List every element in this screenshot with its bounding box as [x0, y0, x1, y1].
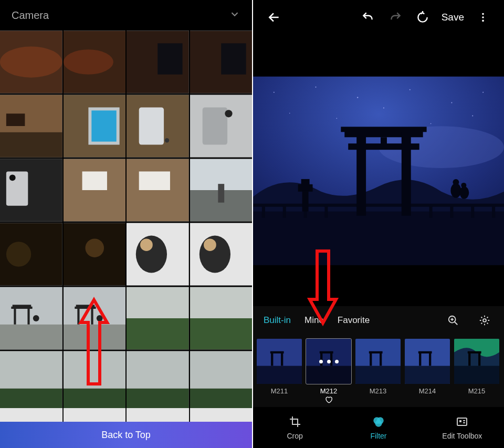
photo-thumb[interactable] — [64, 95, 126, 158]
photo-thumb[interactable] — [64, 408, 126, 422]
filter-options-icon — [306, 339, 351, 384]
toolbox-icon — [455, 415, 469, 429]
photo-thumb[interactable] — [127, 223, 189, 286]
svg-point-70 — [383, 107, 384, 108]
category-mine[interactable]: Mine — [304, 315, 324, 326]
photo-thumb[interactable] — [127, 30, 189, 93]
photo-thumb[interactable] — [64, 223, 126, 286]
filter-thumb[interactable]: M211 — [255, 339, 303, 407]
photo-thumb[interactable] — [127, 287, 189, 350]
toolbox-label: Edit Toolbox — [442, 432, 482, 440]
svg-rect-21 — [6, 171, 28, 205]
photo-thumb[interactable] — [64, 30, 126, 93]
photo-thumb[interactable] — [190, 30, 253, 93]
save-button[interactable]: Save — [438, 12, 467, 23]
photo-thumb[interactable] — [0, 351, 62, 408]
photo-thumb[interactable] — [0, 30, 62, 93]
svg-rect-109 — [405, 366, 450, 384]
filter-label: Filter — [370, 432, 386, 440]
svg-point-31 — [6, 242, 31, 266]
back-to-top-button[interactable]: Back to Top — [0, 422, 252, 448]
undo-button[interactable] — [356, 6, 380, 29]
svg-rect-41 — [0, 325, 62, 349]
filter-thumbnails[interactable]: M211 M212 M213 M214 M215 — [253, 335, 504, 407]
svg-rect-52 — [64, 351, 126, 389]
svg-point-1 — [0, 46, 62, 77]
filter-thumb[interactable]: M214 — [403, 339, 452, 407]
svg-point-33 — [85, 238, 104, 257]
svg-point-45 — [96, 315, 102, 321]
preview-image — [253, 76, 504, 265]
editor-pane: Save — [252, 0, 504, 448]
svg-rect-9 — [0, 132, 62, 157]
svg-rect-111 — [454, 366, 499, 384]
photo-thumb[interactable] — [127, 408, 189, 422]
photo-thumb[interactable] — [64, 159, 126, 222]
svg-point-22 — [9, 174, 16, 181]
photo-thumb[interactable] — [190, 95, 253, 158]
filter-icon — [372, 415, 385, 429]
zoom-in-button[interactable] — [444, 309, 462, 332]
photo-thumb[interactable] — [190, 287, 253, 350]
photo-grid[interactable] — [0, 30, 252, 408]
photo-thumb[interactable] — [0, 223, 62, 286]
crop-label: Crop — [287, 432, 302, 440]
album-selector[interactable]: Camera — [0, 0, 252, 30]
settings-button[interactable] — [476, 309, 494, 332]
svg-point-95 — [453, 179, 459, 185]
svg-point-71 — [430, 123, 432, 124]
photo-thumb[interactable] — [127, 351, 189, 408]
photo-thumb[interactable] — [127, 159, 189, 222]
svg-rect-15 — [139, 107, 164, 144]
photo-thumb[interactable] — [64, 287, 126, 350]
preview-area[interactable] — [253, 35, 504, 306]
back-button[interactable] — [262, 6, 286, 29]
category-built-in[interactable]: Built-in — [264, 315, 291, 326]
crop-tab[interactable]: Crop — [253, 407, 337, 448]
svg-rect-55 — [127, 389, 189, 408]
photo-thumb[interactable] — [0, 159, 62, 222]
album-name: Camera — [12, 9, 49, 22]
category-favorite[interactable]: Favorite — [338, 315, 370, 326]
reset-button[interactable] — [411, 6, 434, 29]
svg-point-42 — [33, 315, 39, 321]
filter-thumb[interactable]: M213 — [354, 339, 402, 407]
svg-rect-49 — [190, 318, 253, 349]
svg-point-66 — [451, 102, 452, 103]
svg-point-69 — [337, 118, 338, 119]
svg-point-36 — [140, 238, 153, 251]
redo-button[interactable] — [384, 6, 407, 29]
filter-category-bar: Built-in Mine Favorite — [253, 306, 504, 335]
favorite-icon[interactable] — [324, 396, 333, 405]
photo-thumb[interactable] — [190, 159, 253, 222]
photo-thumb[interactable] — [190, 351, 253, 408]
filter-tab[interactable]: Filter — [337, 407, 420, 448]
svg-point-16 — [165, 138, 169, 142]
more-menu-button[interactable] — [471, 6, 495, 29]
photo-thumb[interactable] — [127, 95, 189, 158]
photo-thumb[interactable] — [0, 95, 62, 158]
gallery-pane: Camera — [0, 0, 252, 448]
filter-thumb[interactable]: M215 — [453, 339, 501, 407]
svg-point-39 — [204, 238, 216, 251]
svg-rect-103 — [257, 366, 302, 384]
svg-rect-44 — [64, 325, 126, 349]
svg-rect-29 — [218, 184, 224, 203]
photo-thumb[interactable] — [64, 351, 126, 408]
svg-rect-10 — [6, 113, 25, 126]
photo-thumb[interactable] — [190, 408, 253, 422]
svg-point-114 — [375, 420, 382, 427]
photo-thumb[interactable] — [190, 223, 253, 286]
back-to-top-label: Back to Top — [101, 430, 151, 441]
svg-point-3 — [64, 49, 113, 74]
svg-rect-5 — [158, 43, 182, 74]
svg-rect-74 — [253, 211, 504, 265]
svg-rect-115 — [457, 418, 467, 425]
filter-thumb-selected[interactable]: M212 — [304, 339, 353, 407]
svg-rect-46 — [127, 287, 189, 318]
svg-point-101 — [483, 319, 486, 322]
toolbox-tab[interactable]: Edit Toolbox — [421, 407, 504, 448]
svg-rect-26 — [139, 171, 170, 190]
photo-thumb[interactable] — [0, 287, 62, 350]
photo-thumb[interactable] — [0, 408, 62, 422]
